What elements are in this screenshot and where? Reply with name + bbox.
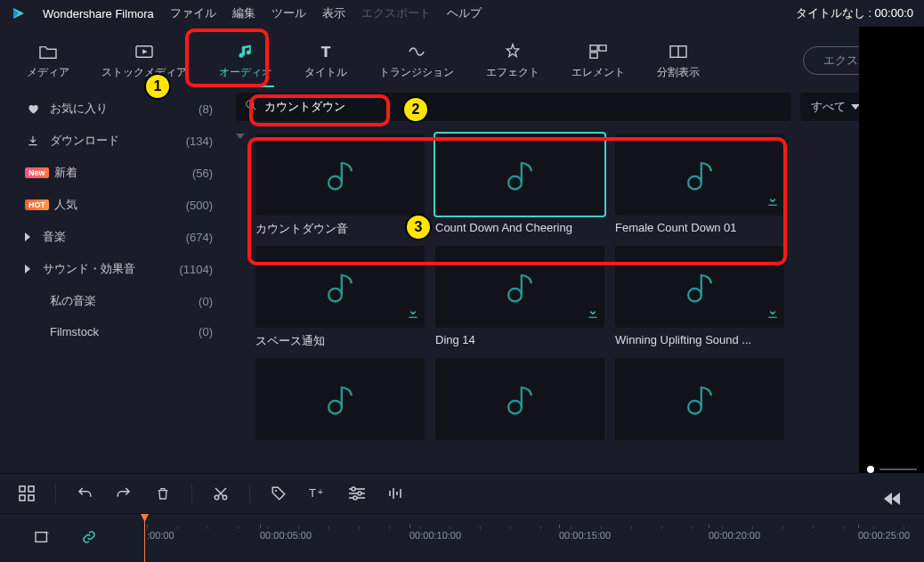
- svg-point-40: [353, 496, 357, 500]
- audio-thumb[interactable]: [435, 134, 604, 216]
- menu-help[interactable]: ヘルプ: [447, 5, 482, 21]
- cut-button[interactable]: [210, 483, 231, 504]
- timeline-tick: 00:00:05:00: [260, 530, 312, 541]
- split-icon: [669, 42, 688, 61]
- playhead[interactable]: [144, 514, 145, 562]
- waveform-button[interactable]: [385, 483, 407, 504]
- layout-button[interactable]: [16, 483, 37, 504]
- download-icon[interactable]: [766, 306, 779, 322]
- separator: [191, 484, 192, 503]
- svg-point-22: [688, 289, 701, 302]
- download-icon[interactable]: [407, 306, 419, 322]
- search-input[interactable]: [264, 101, 782, 114]
- tab-stock[interactable]: ストックメディア: [85, 37, 203, 86]
- text-add-button[interactable]: T+: [307, 483, 328, 504]
- transition-icon: [407, 42, 426, 61]
- timeline[interactable]: + :00:0000:00:05:0000:00:10:0000:00:15:0…: [0, 513, 924, 562]
- content-area: お気に入り (8) ダウンロード (134) New 新着 (56) HOT 人…: [0, 87, 924, 470]
- audio-label: Winning Uplifting Sound ...: [615, 333, 784, 346]
- sidebar-label: 人気: [54, 197, 77, 213]
- audio-card[interactable]: Female Count Down 01: [615, 134, 784, 237]
- svg-rect-27: [28, 486, 34, 492]
- audio-thumb[interactable]: [615, 134, 784, 216]
- search-box[interactable]: [236, 93, 791, 121]
- tab-media[interactable]: メディア: [11, 37, 85, 86]
- element-icon: [588, 42, 608, 61]
- audio-thumb[interactable]: [255, 358, 425, 440]
- collapse-handle[interactable]: [236, 126, 248, 139]
- timeline-toolbar: T+: [0, 473, 859, 513]
- sidebar-count: (500): [186, 199, 220, 212]
- search-row: すべて: [236, 87, 915, 126]
- svg-point-38: [352, 487, 355, 491]
- sidebar-new[interactable]: New 新着 (56): [0, 157, 236, 189]
- download-icon: [25, 134, 41, 147]
- audio-card[interactable]: Ding 14: [435, 246, 604, 349]
- sidebar-hot[interactable]: HOT 人気 (500): [0, 189, 236, 221]
- step-back-button[interactable]: [879, 489, 904, 509]
- audio-card[interactable]: [615, 358, 784, 445]
- svg-rect-2: [599, 45, 606, 50]
- audio-thumb[interactable]: [615, 358, 784, 440]
- audio-thumb[interactable]: [255, 134, 425, 216]
- sidebar-downloads[interactable]: ダウンロード (134): [0, 125, 236, 157]
- sidebar-filmstock[interactable]: Filmstock (0): [0, 317, 236, 346]
- app-name: Wondershare Filmora: [43, 7, 154, 20]
- tag-button[interactable]: [268, 483, 289, 504]
- project-title: タイトルなし : 00:00:0: [796, 5, 913, 21]
- svg-point-39: [358, 492, 361, 495]
- tab-split[interactable]: 分割表示: [641, 37, 716, 86]
- tab-effect[interactable]: エフェクト: [470, 37, 555, 86]
- download-icon[interactable]: [587, 306, 599, 322]
- tab-label: エレメント: [571, 65, 625, 80]
- audio-card[interactable]: スペース通知: [255, 246, 425, 349]
- cards-grid: カウントダウン音Count Down And CheeringFemale Co…: [254, 126, 786, 452]
- delete-button[interactable]: [152, 483, 174, 504]
- adjust-button[interactable]: [346, 483, 368, 504]
- timeline-tick: :00:00: [147, 530, 174, 541]
- menu-bar: ファイル 編集 ツール 表示 エクスポート ヘルプ: [170, 5, 482, 21]
- audio-thumb[interactable]: [435, 358, 604, 440]
- music-icon: [236, 42, 255, 61]
- tab-transition[interactable]: トランジション: [363, 37, 470, 86]
- svg-point-32: [275, 490, 277, 492]
- sidebar-count: (1104): [179, 263, 220, 276]
- link-button[interactable]: [78, 526, 100, 548]
- undo-button[interactable]: [74, 483, 95, 504]
- audio-card[interactable]: [255, 358, 425, 445]
- title-icon: [317, 42, 335, 61]
- svg-rect-29: [28, 495, 34, 501]
- download-icon[interactable]: [766, 194, 779, 210]
- tab-label: タイトル: [304, 65, 347, 80]
- redo-button[interactable]: [113, 483, 134, 504]
- menu-tools[interactable]: ツール: [272, 5, 306, 21]
- sidebar-label: サウンド・効果音: [43, 261, 135, 277]
- tab-audio[interactable]: オーディオ: [203, 37, 288, 86]
- menu-file[interactable]: ファイル: [170, 5, 216, 21]
- preview-slider[interactable]: [867, 466, 917, 473]
- tab-element[interactable]: エレメント: [555, 37, 641, 86]
- audio-card[interactable]: カウントダウン音: [255, 134, 425, 237]
- audio-card[interactable]: Winning Uplifting Sound ...: [615, 246, 784, 349]
- sidebar-label: お気に入り: [50, 101, 108, 117]
- audio-card[interactable]: [435, 358, 604, 445]
- menu-edit[interactable]: 編集: [232, 5, 255, 21]
- main-pane: すべて カウントダウン音Count Down And CheeringFemal…: [236, 87, 924, 470]
- timeline-ruler[interactable]: :00:0000:00:05:0000:00:10:0000:00:15:000…: [142, 530, 924, 548]
- sidebar-my-music[interactable]: 私の音楽 (0): [0, 285, 236, 317]
- svg-point-19: [688, 176, 701, 190]
- audio-label: Ding 14: [435, 333, 604, 346]
- tab-title[interactable]: タイトル: [288, 37, 363, 86]
- sidebar-sfx[interactable]: サウンド・効果音 (1104): [0, 253, 236, 285]
- add-track-button[interactable]: +: [32, 526, 53, 548]
- audio-thumb[interactable]: [615, 246, 784, 328]
- audio-card[interactable]: Count Down And Cheering: [435, 134, 604, 237]
- search-icon: [245, 99, 257, 115]
- audio-thumb[interactable]: [255, 246, 425, 328]
- menu-view[interactable]: 表示: [322, 5, 345, 21]
- svg-rect-1: [590, 45, 597, 50]
- audio-label: Female Count Down 01: [615, 221, 784, 234]
- sidebar-music[interactable]: 音楽 (674): [0, 221, 236, 253]
- audio-thumb[interactable]: [435, 246, 604, 328]
- sidebar-favorites[interactable]: お気に入り (8): [0, 93, 236, 125]
